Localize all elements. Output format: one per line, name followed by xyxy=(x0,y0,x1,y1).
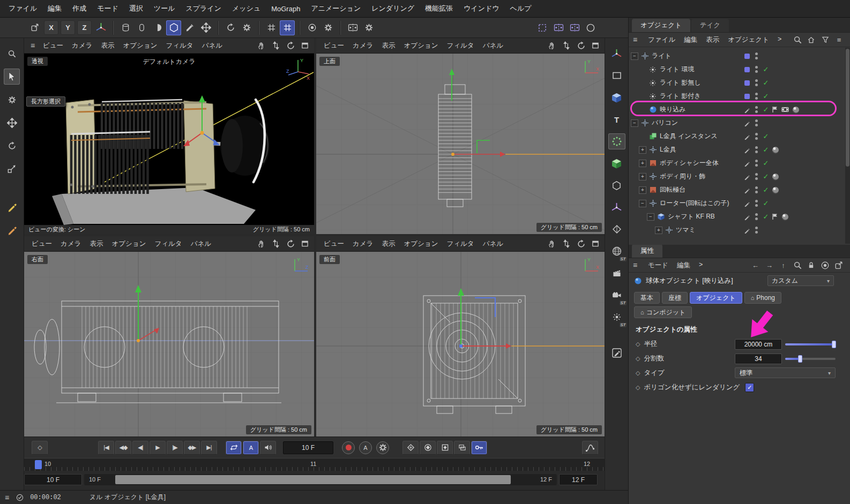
viewport-menu-item[interactable]: カメラ xyxy=(348,40,377,51)
attributes-menu-item[interactable]: 編集 xyxy=(673,260,695,271)
polygon-tool-icon[interactable] xyxy=(166,20,181,35)
render-settings-icon[interactable] xyxy=(320,20,335,35)
rectangle-selection-icon[interactable] xyxy=(608,67,625,84)
globe-snap-icon[interactable]: ST xyxy=(608,243,625,259)
grid-icon[interactable] xyxy=(264,20,279,35)
scale-tool-icon[interactable] xyxy=(4,161,20,177)
workplane-axes-icon[interactable] xyxy=(93,20,108,35)
visibility-dots[interactable] xyxy=(752,146,760,153)
sketch-pen-tool-icon[interactable] xyxy=(4,222,20,238)
range-start-field[interactable]: 10 F xyxy=(24,474,82,485)
expand-toggle-icon[interactable]: + xyxy=(639,146,646,154)
camera-label[interactable]: デフォルトカメラ xyxy=(143,57,195,66)
pan-hand-icon[interactable] xyxy=(546,40,558,51)
capsule-tool-icon[interactable] xyxy=(134,20,149,35)
layer-chip[interactable] xyxy=(742,133,752,140)
enabled-check-icon[interactable]: ✓ xyxy=(760,106,772,114)
orbit-icon[interactable] xyxy=(575,40,587,51)
snap-grid-icon[interactable] xyxy=(280,20,295,35)
viewport-menu-item[interactable]: ビュー xyxy=(27,238,56,250)
layer-chip[interactable] xyxy=(742,67,752,72)
goto-end-button[interactable]: ▶| xyxy=(201,441,217,455)
film-tag-icon[interactable] xyxy=(781,107,789,112)
viewport-menu-item[interactable]: パネル xyxy=(198,40,227,51)
maximize-view-icon[interactable] xyxy=(299,40,311,51)
attribute-tab[interactable]: ⌂Phong xyxy=(744,292,781,304)
visibility-dots[interactable] xyxy=(752,173,760,180)
enabled-check-icon[interactable]: ✓ xyxy=(760,159,772,167)
viewport-menu-icon[interactable]: ≡ xyxy=(27,41,38,50)
home-icon[interactable] xyxy=(807,35,816,44)
sound-button[interactable] xyxy=(260,441,276,455)
visibility-dots[interactable] xyxy=(752,93,760,100)
viewport-menu-item[interactable]: 表示 xyxy=(85,238,107,250)
viewport-front[interactable]: ビューカメラ表示オプションフィルタパネル xyxy=(316,236,605,437)
playhead[interactable] xyxy=(35,460,42,469)
circle-tool-icon[interactable] xyxy=(583,20,598,35)
timeline-ruler[interactable]: 10 11 12 xyxy=(24,458,605,471)
parameter-select[interactable]: 標準▾ xyxy=(735,367,836,378)
lock-icon[interactable] xyxy=(807,261,816,270)
menubar-item[interactable]: ファイル xyxy=(3,2,42,15)
loop-playback-button[interactable] xyxy=(226,441,242,455)
object-manager-menu-item[interactable]: 表示 xyxy=(702,34,724,46)
visibility-dots[interactable] xyxy=(752,52,760,59)
menubar-item[interactable]: ウインドウ xyxy=(458,2,505,15)
record-button[interactable] xyxy=(342,441,355,454)
autokey-button[interactable]: A xyxy=(243,441,259,455)
autokey-circle-button[interactable]: A xyxy=(359,441,372,454)
texture-mode-icon[interactable]: T xyxy=(608,111,625,127)
object-manager-menu-item[interactable]: 編集 xyxy=(680,34,702,46)
render-view-icon[interactable] xyxy=(304,20,319,35)
layer-chip[interactable] xyxy=(742,107,752,113)
viewport-menu-item[interactable]: カメラ xyxy=(56,238,85,250)
parameter-slider[interactable] xyxy=(785,343,836,345)
external-window-icon[interactable] xyxy=(834,261,844,270)
film-settings-gear-icon[interactable] xyxy=(361,20,376,35)
enabled-check-icon[interactable]: ✓ xyxy=(760,186,772,194)
viewport-menu-item[interactable]: カメラ xyxy=(68,40,96,51)
panel-menu-icon[interactable]: ≡ xyxy=(633,35,644,44)
expand-toggle-icon[interactable]: + xyxy=(655,227,662,234)
dolly-icon[interactable] xyxy=(270,238,282,250)
attributes-menu-item[interactable]: > xyxy=(695,260,707,271)
visibility-dots[interactable] xyxy=(752,119,760,126)
menubar-item[interactable]: メッシュ xyxy=(227,2,266,15)
visibility-dots[interactable] xyxy=(752,106,760,113)
search-icon[interactable] xyxy=(793,261,802,270)
parameter-diamond-icon[interactable]: ◇ xyxy=(636,341,640,348)
object-tree-row[interactable]: +回転極台✓ xyxy=(629,183,850,197)
range-slider-bar[interactable] xyxy=(115,475,511,484)
object-tree-row[interactable]: −ライト xyxy=(629,49,850,63)
camera-st-icon[interactable]: ST xyxy=(608,287,625,303)
tab-objects[interactable]: オブジェクト xyxy=(632,19,690,32)
object-tree-row[interactable]: 映り込み✓ xyxy=(629,103,850,116)
visibility-dots[interactable] xyxy=(752,227,760,234)
flag-tag-icon[interactable] xyxy=(772,106,778,113)
enabled-check-icon[interactable]: ✓ xyxy=(760,79,772,87)
menubar-item[interactable]: モード xyxy=(92,2,124,15)
tree-scrollbar[interactable] xyxy=(845,48,850,244)
disc-tool-icon[interactable] xyxy=(150,20,165,35)
viewport-menu-item[interactable]: オプション xyxy=(399,40,442,51)
command-box-icon[interactable] xyxy=(27,20,42,35)
layer-chip[interactable] xyxy=(742,227,752,234)
expand-toggle-icon[interactable]: − xyxy=(631,119,638,127)
viewport-menu-item[interactable]: フィルタ xyxy=(442,238,478,250)
expand-toggle-icon[interactable]: + xyxy=(639,160,646,167)
object-tree-row[interactable]: −ローター(回転はこの子)✓ xyxy=(629,197,850,210)
viewport-canvas-front[interactable]: 前面 Y X グリッド間隔 : 50 cm xyxy=(316,252,605,437)
viewport-menu-item[interactable]: オプション xyxy=(118,40,161,51)
viewport-menu-item[interactable]: 表示 xyxy=(96,40,118,51)
viewport-menu-item[interactable]: オプション xyxy=(399,238,442,250)
menubar-item[interactable]: 選択 xyxy=(124,2,148,15)
visibility-dots[interactable] xyxy=(752,133,760,140)
layer-chip[interactable] xyxy=(742,54,752,59)
next-key-button[interactable]: ◆▶ xyxy=(184,441,200,455)
maximize-view-icon[interactable] xyxy=(299,238,311,250)
orbit-icon[interactable] xyxy=(575,238,587,250)
knife-tool-icon[interactable] xyxy=(182,20,197,35)
parameter-checkbox[interactable]: ✓ xyxy=(745,383,754,392)
viewport-menu-item[interactable]: ビュー xyxy=(39,40,68,51)
parameter-diamond-icon[interactable]: ◇ xyxy=(636,370,640,377)
